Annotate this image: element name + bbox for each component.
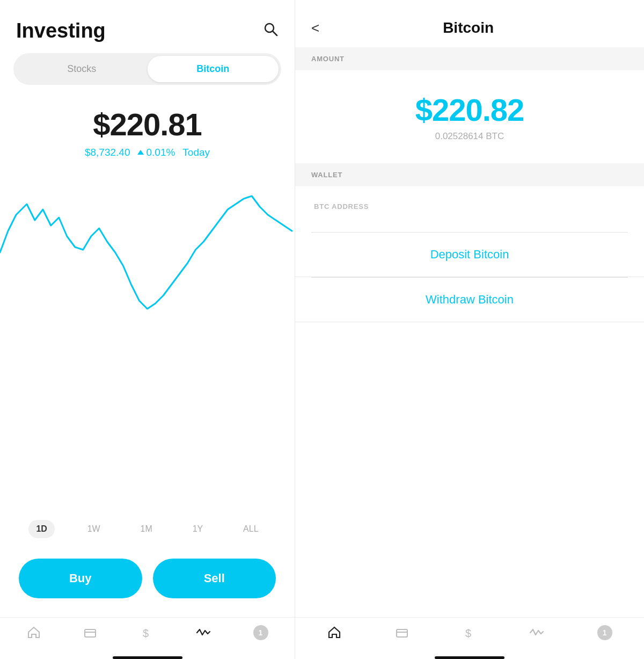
right-header: < Bitcoin <box>295 0 644 47</box>
tab-bar: Stocks Bitcoin <box>13 53 281 85</box>
time-btn-all[interactable]: ALL <box>236 520 266 538</box>
svg-text:$: $ <box>143 627 149 639</box>
svg-rect-5 <box>397 629 407 637</box>
right-title: Bitcoin <box>330 19 628 37</box>
amount-label: AMOUNT <box>295 47 644 70</box>
wallet-label: WALLET <box>295 163 644 186</box>
right-panel: < Bitcoin AMOUNT $220.82 0.02528614 BTC … <box>295 0 644 659</box>
amount-usd: $220.82 <box>415 92 524 128</box>
portfolio-amount: $220.81 <box>0 106 295 142</box>
tab-stocks[interactable]: Stocks <box>16 56 148 82</box>
chart-area <box>0 166 295 505</box>
buy-button[interactable]: Buy <box>19 559 142 598</box>
home-indicator-left <box>113 656 182 659</box>
left-panel: Investing Stocks Bitcoin $220.81 $8,732.… <box>0 0 295 659</box>
tab-bitcoin[interactable]: Bitcoin <box>148 56 279 82</box>
nav-home[interactable] <box>27 626 41 640</box>
svg-line-1 <box>273 31 277 35</box>
svg-text:$: $ <box>465 627 471 639</box>
svg-rect-2 <box>85 629 96 637</box>
time-btn-1d[interactable]: 1D <box>28 520 54 538</box>
portfolio-sub: $8,732.40 0.01% Today <box>0 147 295 158</box>
btc-address-section: BTC ADDRESS <box>295 186 644 232</box>
nav-card[interactable] <box>83 626 97 640</box>
time-range-bar: 1D 1W 1M 1Y ALL <box>0 510 295 548</box>
time-btn-1y[interactable]: 1Y <box>185 520 211 538</box>
time-btn-1m[interactable]: 1M <box>133 520 160 538</box>
left-bottom-nav: $ 1 <box>0 617 295 651</box>
right-nav-home[interactable] <box>327 625 342 640</box>
deposit-bitcoin-link[interactable]: Deposit Bitcoin <box>295 233 644 277</box>
home-indicator-right <box>435 656 504 659</box>
portfolio-value: $220.81 $8,732.40 0.01% Today <box>0 106 295 158</box>
nav-activity[interactable] <box>196 625 211 640</box>
portfolio-today: Today <box>182 147 210 158</box>
nav-dollar[interactable]: $ <box>140 626 153 640</box>
btc-address-label: BTC ADDRESS <box>311 202 369 211</box>
search-icon[interactable] <box>262 21 279 41</box>
action-buttons: Buy Sell <box>0 548 295 617</box>
right-nav-dollar[interactable]: $ <box>462 626 476 640</box>
amount-btc: 0.02528614 BTC <box>435 131 504 142</box>
amount-section: $220.82 0.02528614 BTC <box>295 70 644 158</box>
left-header: Investing <box>0 0 295 53</box>
back-button[interactable]: < <box>311 20 319 37</box>
time-btn-1w[interactable]: 1W <box>80 520 108 538</box>
withdraw-bitcoin-link[interactable]: Withdraw Bitcoin <box>295 278 644 322</box>
sell-button[interactable]: Sell <box>153 559 276 598</box>
portfolio-price: $8,732.40 <box>85 147 130 158</box>
left-title: Investing <box>16 19 106 42</box>
right-nav-card[interactable] <box>395 626 409 640</box>
nav-notifications[interactable]: 1 <box>253 625 268 640</box>
arrow-up-icon <box>137 150 144 155</box>
right-nav-notifications[interactable]: 1 <box>597 625 612 640</box>
right-bottom-nav: $ 1 <box>295 617 644 651</box>
right-nav-activity[interactable] <box>529 625 544 640</box>
portfolio-change: 0.01% <box>137 147 175 158</box>
